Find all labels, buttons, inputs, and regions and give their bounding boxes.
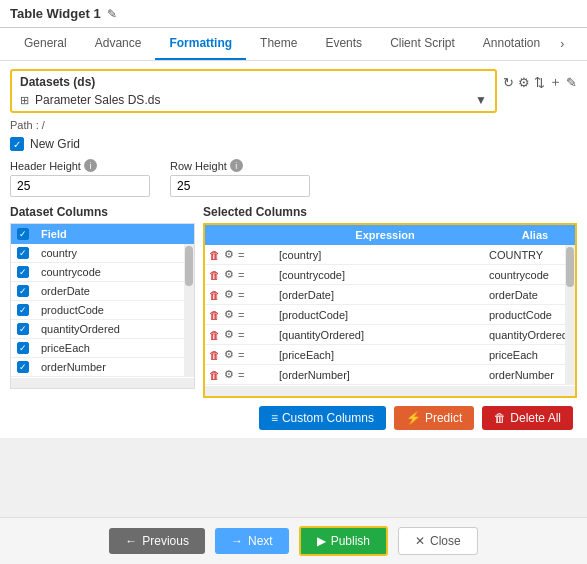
tabs-bar: General Advance Formatting Theme Events … bbox=[0, 28, 587, 61]
close-button[interactable]: ✕ Close bbox=[398, 527, 478, 555]
selected-col-scrollbar[interactable] bbox=[565, 245, 575, 385]
settings-row-icon[interactable]: ⚙ bbox=[224, 328, 234, 341]
row-checkbox[interactable]: ✓ bbox=[11, 282, 35, 300]
footer-bar: ← Previous → Next ▶ Publish ✕ Close bbox=[0, 517, 587, 564]
delete-row-icon[interactable]: 🗑 bbox=[209, 349, 220, 361]
select-all-checkbox[interactable]: ✓ bbox=[17, 228, 29, 240]
dataset-col-hscrollbar[interactable] bbox=[11, 378, 194, 388]
table-row: 🗑 ⚙ = [orderNumber] orderNumber bbox=[205, 365, 565, 385]
row-expression: [priceEach] bbox=[275, 346, 485, 364]
row-checkbox[interactable]: ✓ bbox=[11, 339, 35, 357]
new-grid-label: New Grid bbox=[30, 137, 80, 151]
row-expression: [countrycode] bbox=[275, 266, 485, 284]
delete-row-icon[interactable]: 🗑 bbox=[209, 369, 220, 381]
row-alias: countrycode bbox=[485, 266, 565, 284]
header-height-field: Header Height i bbox=[10, 159, 150, 197]
delete-row-icon[interactable]: 🗑 bbox=[209, 249, 220, 261]
header-height-input[interactable] bbox=[10, 175, 150, 197]
add-icon[interactable]: ＋ bbox=[549, 73, 562, 91]
datasets-header: Datasets (ds) bbox=[20, 75, 487, 89]
selected-columns-header: Selected Columns bbox=[203, 205, 577, 219]
row-alias: COUNTRY bbox=[485, 246, 565, 264]
tab-annotation[interactable]: Annotation bbox=[469, 28, 554, 60]
settings-icon[interactable]: ⚙ bbox=[518, 75, 530, 90]
selected-col-hscrollbar[interactable] bbox=[205, 386, 575, 396]
previous-label: Previous bbox=[142, 534, 189, 548]
row-expression: [productCode] bbox=[275, 306, 485, 324]
row-height-info-icon: i bbox=[230, 159, 243, 172]
row-actions: 🗑 ⚙ = bbox=[205, 325, 275, 344]
delete-row-icon[interactable]: 🗑 bbox=[209, 329, 220, 341]
custom-columns-button[interactable]: ≡ Custom Columns bbox=[259, 406, 386, 430]
close-label: Close bbox=[430, 534, 461, 548]
title-edit-icon[interactable]: ✎ bbox=[107, 7, 117, 21]
tab-formatting[interactable]: Formatting bbox=[155, 28, 246, 60]
publish-button[interactable]: ▶ Publish bbox=[299, 526, 388, 556]
equals-row-icon[interactable]: = bbox=[238, 289, 244, 301]
dataset-columns-table: ✓ Field ✓ country ✓ countrycode bbox=[10, 223, 195, 389]
predict-button[interactable]: ⚡ Predict bbox=[394, 406, 474, 430]
delete-row-icon[interactable]: 🗑 bbox=[209, 289, 220, 301]
list-item: ✓ orderDate bbox=[11, 282, 184, 301]
tab-general[interactable]: General bbox=[10, 28, 81, 60]
next-arrow-icon: → bbox=[231, 534, 243, 548]
equals-row-icon[interactable]: = bbox=[238, 249, 244, 261]
dataset-col-check-all[interactable]: ✓ bbox=[11, 224, 35, 244]
settings-row-icon[interactable]: ⚙ bbox=[224, 368, 234, 381]
equals-row-icon[interactable]: = bbox=[238, 269, 244, 281]
datasets-toolbar: ↻ ⚙ ⇅ ＋ ✎ bbox=[503, 69, 577, 91]
content-area: Datasets (ds) ⊞ Parameter Sales DS.ds ▼ … bbox=[0, 61, 587, 438]
row-checkbox[interactable]: ✓ bbox=[11, 320, 35, 338]
action-buttons: ≡ Custom Columns ⚡ Predict 🗑 Delete All bbox=[10, 406, 577, 430]
edit-ds-icon[interactable]: ✎ bbox=[566, 75, 577, 90]
equals-row-icon[interactable]: = bbox=[238, 369, 244, 381]
title-bar: Table Widget 1 ✎ bbox=[0, 0, 587, 28]
delete-all-button[interactable]: 🗑 Delete All bbox=[482, 406, 573, 430]
sel-head-expression: Expression bbox=[275, 225, 495, 245]
dataset-columns-body[interactable]: ✓ country ✓ countrycode ✓ orderDate ✓ bbox=[11, 244, 184, 377]
new-grid-row: ✓ New Grid bbox=[10, 137, 577, 151]
settings-row-icon[interactable]: ⚙ bbox=[224, 268, 234, 281]
col-field-value: orderNumber bbox=[35, 358, 184, 376]
equals-row-icon[interactable]: = bbox=[238, 349, 244, 361]
refresh-icon[interactable]: ↻ bbox=[503, 75, 514, 90]
settings-row-icon[interactable]: ⚙ bbox=[224, 248, 234, 261]
settings-row-icon[interactable]: ⚙ bbox=[224, 308, 234, 321]
dataset-columns-header: Dataset Columns bbox=[10, 205, 195, 219]
row-checkbox[interactable]: ✓ bbox=[11, 263, 35, 281]
previous-button[interactable]: ← Previous bbox=[109, 528, 205, 554]
settings-row-icon[interactable]: ⚙ bbox=[224, 288, 234, 301]
row-checkbox[interactable]: ✓ bbox=[11, 301, 35, 319]
row-checkbox[interactable]: ✓ bbox=[11, 244, 35, 262]
list-item: ✓ countrycode bbox=[11, 263, 184, 282]
table-row: 🗑 ⚙ = [productCode] productCode bbox=[205, 305, 565, 325]
list-item: ✓ orderNumber bbox=[11, 358, 184, 377]
reorder-icon[interactable]: ⇅ bbox=[534, 75, 545, 90]
dataset-col-scrollbar[interactable] bbox=[184, 244, 194, 377]
row-checkbox[interactable]: ✓ bbox=[11, 358, 35, 376]
tab-client-script[interactable]: Client Script bbox=[376, 28, 469, 60]
dataset-dropdown-arrow[interactable]: ▼ bbox=[475, 93, 487, 107]
row-height-input[interactable] bbox=[170, 175, 310, 197]
dataset-columns-body-wrapper: ✓ country ✓ countrycode ✓ orderDate ✓ bbox=[11, 244, 194, 377]
tab-more-icon[interactable]: › bbox=[554, 29, 570, 59]
tab-advance[interactable]: Advance bbox=[81, 28, 156, 60]
col-field-value: countrycode bbox=[35, 263, 184, 281]
row-alias: orderDate bbox=[485, 286, 565, 304]
dataset-item: ⊞ Parameter Sales DS.ds bbox=[20, 93, 160, 107]
equals-row-icon[interactable]: = bbox=[238, 329, 244, 341]
next-label: Next bbox=[248, 534, 273, 548]
selected-columns-panel: Selected Columns Expression Alias 🗑 ⚙ = bbox=[203, 205, 577, 398]
selected-columns-body[interactable]: 🗑 ⚙ = [country] COUNTRY 🗑 ⚙ = bbox=[205, 245, 565, 385]
equals-row-icon[interactable]: = bbox=[238, 309, 244, 321]
dataset-col-field-header: Field bbox=[35, 224, 184, 244]
delete-row-icon[interactable]: 🗑 bbox=[209, 269, 220, 281]
new-grid-checkbox[interactable]: ✓ bbox=[10, 137, 24, 151]
custom-columns-label: Custom Columns bbox=[282, 411, 374, 425]
next-button[interactable]: → Next bbox=[215, 528, 289, 554]
delete-row-icon[interactable]: 🗑 bbox=[209, 309, 220, 321]
row-actions: 🗑 ⚙ = bbox=[205, 245, 275, 264]
tab-theme[interactable]: Theme bbox=[246, 28, 311, 60]
tab-events[interactable]: Events bbox=[311, 28, 376, 60]
settings-row-icon[interactable]: ⚙ bbox=[224, 348, 234, 361]
